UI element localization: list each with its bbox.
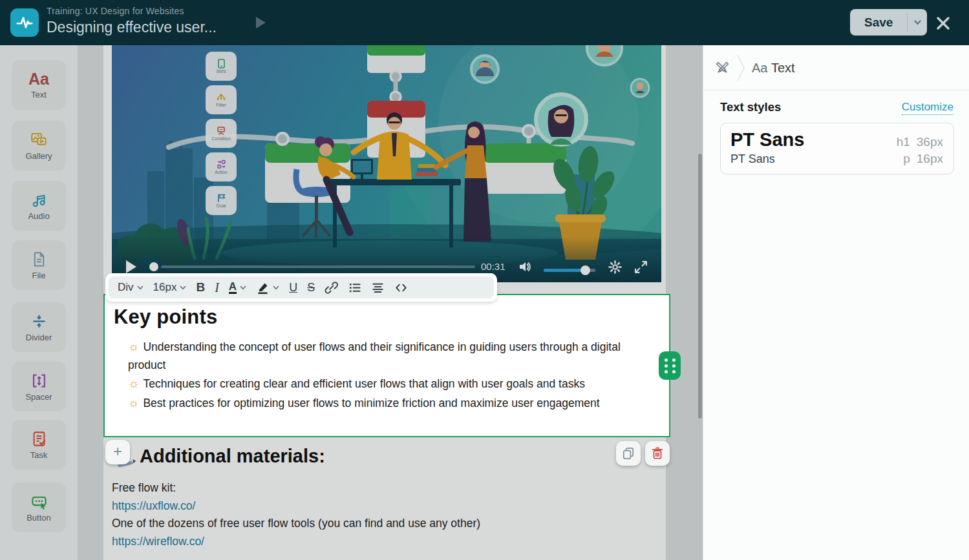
style-row-h1[interactable]: PT Sans h136px — [730, 129, 943, 150]
delete-block-button[interactable] — [645, 441, 670, 466]
style-size: 36px — [917, 135, 943, 149]
sidebar-item-file[interactable]: File — [12, 240, 66, 290]
text-color-dropdown[interactable]: A — [229, 281, 246, 295]
save-dropdown-button[interactable] — [908, 9, 927, 36]
edit-tools-button[interactable] — [714, 59, 731, 77]
style-tag: h1 — [897, 135, 910, 149]
italic-button[interactable]: I — [215, 280, 219, 295]
action-icon — [217, 160, 226, 169]
video-illustration — [112, 45, 661, 282]
sidebar-item-label: Text — [31, 90, 47, 99]
sidebar-item-gallery[interactable]: Gallery — [12, 121, 66, 171]
chevron-down-icon — [273, 285, 279, 290]
fullscreen-button[interactable] — [634, 260, 648, 274]
bullet-item[interactable]: ☼Best practices for optimizing user flow… — [128, 394, 654, 413]
selected-text-block[interactable]: Key points ☼Understanding the concept of… — [103, 294, 670, 437]
volume-button[interactable] — [518, 260, 532, 274]
customize-link[interactable]: Customize — [902, 101, 953, 115]
video-player[interactable]: SMS Filter Condition — [112, 45, 661, 282]
code-button[interactable] — [394, 281, 408, 295]
bullet-text: Understanding the concept of user flows … — [128, 340, 621, 371]
sidebar-item-label: File — [32, 271, 46, 280]
close-icon — [933, 14, 953, 33]
spacer-icon — [30, 372, 48, 389]
rail-card-sms: SMS — [206, 52, 237, 81]
duplicate-block-button[interactable] — [616, 441, 641, 466]
highlight-color-dropdown[interactable] — [256, 281, 279, 295]
block-type-dropdown[interactable]: Div — [118, 281, 144, 294]
condition-icon — [216, 126, 226, 136]
sidebar-item-divider[interactable]: Divider — [12, 302, 66, 352]
button-block-icon — [30, 493, 48, 510]
divider-icon — [30, 313, 48, 330]
chevron-down-icon — [914, 20, 921, 25]
bold-button[interactable]: B — [196, 280, 205, 295]
plus-icon: + — [113, 444, 122, 459]
playhead-handle[interactable] — [149, 262, 158, 271]
time-display: 00:31 — [481, 261, 506, 272]
close-button[interactable] — [933, 14, 953, 33]
strikethrough-button[interactable]: S — [307, 281, 315, 295]
flow-tool-rail: SMS Filter Condition — [206, 52, 237, 220]
ordered-list-button[interactable] — [348, 281, 361, 295]
sidebar-item-audio[interactable]: Audio — [12, 181, 66, 231]
materials-link[interactable]: https://uxflow.co/ — [112, 497, 480, 515]
add-block-button[interactable]: + — [105, 440, 130, 464]
progress-track[interactable] — [161, 265, 475, 268]
sidebar-item-label: Gallery — [25, 151, 52, 161]
block-bullet-list[interactable]: ☼Understanding the concept of user flows… — [128, 338, 654, 412]
font-size-label: 16px — [153, 281, 177, 294]
chevron-down-icon — [240, 285, 246, 290]
sun-bullet-icon: ☼ — [128, 396, 139, 410]
drag-dots-icon — [665, 358, 676, 373]
sun-bullet-icon: ☼ — [128, 340, 139, 353]
sidebar-item-label: Spacer — [25, 392, 52, 402]
volume-slider[interactable] — [544, 269, 595, 272]
crossed-pencils-icon — [714, 59, 731, 77]
settings-button[interactable] — [608, 260, 622, 274]
rail-label: Goal — [217, 203, 226, 208]
block-type-label: Div — [118, 281, 134, 294]
app-logo[interactable] — [10, 8, 39, 37]
rail-label: SMS — [216, 69, 226, 74]
sidebar-item-task[interactable]: Task — [12, 420, 66, 470]
style-size: 16px — [917, 152, 943, 166]
text-format-toolbar: Div 16px B I A — [105, 273, 497, 302]
text-style-card[interactable]: PT Sans h136px PT Sans p16px — [720, 123, 954, 174]
blocks-sidebar: Aa Text Gallery Audio — [0, 45, 78, 560]
bullet-item[interactable]: ☼Techniques for creating clear and effic… — [128, 375, 654, 393]
sidebar-item-button[interactable]: Button — [12, 482, 66, 532]
volume-fill — [544, 269, 585, 272]
align-button[interactable] — [371, 281, 385, 295]
style-font-name: PT Sans — [730, 129, 804, 150]
align-center-icon — [371, 281, 385, 295]
page-title[interactable]: Designing effective user... — [47, 19, 217, 36]
panel-tab-label: Text — [771, 61, 795, 76]
font-size-dropdown[interactable]: 16px — [153, 281, 187, 294]
materials-line: Free flow kit: — [112, 479, 480, 497]
materials-text[interactable]: Free flow kit: https://uxflow.co/ One of… — [112, 479, 480, 550]
block-heading[interactable]: Key points — [114, 306, 669, 329]
link-button[interactable] — [325, 281, 338, 295]
trash-icon — [650, 446, 665, 461]
sidebar-item-text[interactable]: Aa Text — [12, 60, 66, 110]
volume-knob[interactable] — [580, 265, 590, 275]
save-button-label[interactable]: Save — [850, 9, 907, 36]
underline-button[interactable]: U — [289, 281, 297, 295]
audio-icon — [30, 191, 48, 209]
preview-play-icon[interactable] — [256, 17, 266, 28]
bullet-text: Techniques for creating clear and effici… — [143, 377, 585, 390]
play-button[interactable] — [126, 260, 136, 273]
block-drag-handle[interactable] — [659, 351, 681, 380]
style-row-p[interactable]: PT Sans p16px — [730, 150, 943, 167]
bullet-item[interactable]: ☼Understanding the concept of user flows… — [128, 338, 654, 374]
save-button[interactable]: Save — [850, 9, 927, 36]
materials-link[interactable]: https://wireflow.co/ — [112, 533, 480, 551]
canvas-scrollbar[interactable] — [698, 154, 702, 419]
rail-card-goal: Goal — [206, 186, 237, 215]
pulse-icon — [15, 13, 34, 32]
rail-label: Filter — [216, 103, 226, 107]
sun-bullet-icon: ☼ — [128, 377, 139, 390]
sidebar-item-spacer[interactable]: Spacer — [12, 362, 66, 411]
materials-heading[interactable]: Additional materials: — [140, 446, 325, 467]
